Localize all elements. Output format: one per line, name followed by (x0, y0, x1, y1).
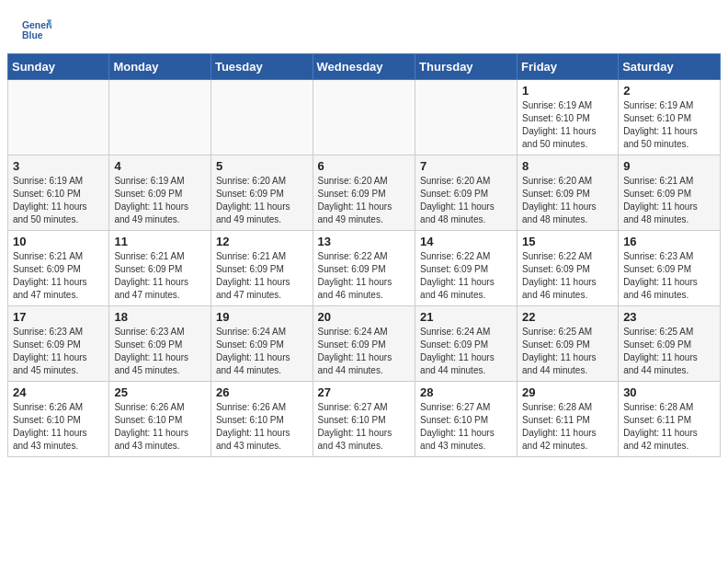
day-info: Sunrise: 6:26 AM Sunset: 6:10 PM Dayligh… (13, 401, 104, 453)
day-number: 20 (318, 310, 411, 324)
day-number: 19 (216, 310, 308, 324)
calendar-day-cell: 5Sunrise: 6:20 AM Sunset: 6:09 PM Daylig… (210, 155, 313, 231)
day-info: Sunrise: 6:20 AM Sunset: 6:09 PM Dayligh… (420, 175, 512, 226)
weekday-header-cell: Thursday (415, 54, 518, 80)
day-number: 8 (522, 159, 613, 173)
calendar-day-cell: 17Sunrise: 6:23 AM Sunset: 6:09 PM Dayli… (8, 306, 109, 382)
calendar-day-cell: 30Sunrise: 6:28 AM Sunset: 6:11 PM Dayli… (619, 382, 721, 457)
calendar-day-cell: 16Sunrise: 6:23 AM Sunset: 6:09 PM Dayli… (619, 231, 721, 306)
calendar-day-cell: 11Sunrise: 6:21 AM Sunset: 6:09 PM Dayli… (109, 231, 211, 306)
day-info: Sunrise: 6:23 AM Sunset: 6:09 PM Dayligh… (623, 250, 715, 302)
day-info: Sunrise: 6:20 AM Sunset: 6:09 PM Dayligh… (216, 175, 308, 226)
day-info: Sunrise: 6:28 AM Sunset: 6:11 PM Dayligh… (522, 401, 613, 453)
day-info: Sunrise: 6:21 AM Sunset: 6:09 PM Dayligh… (13, 250, 104, 302)
weekday-header-cell: Monday (109, 54, 211, 80)
day-info: Sunrise: 6:19 AM Sunset: 6:09 PM Dayligh… (114, 175, 206, 226)
calendar-day-cell (313, 80, 415, 155)
calendar-day-cell: 3Sunrise: 6:19 AM Sunset: 6:10 PM Daylig… (8, 155, 109, 231)
day-info: Sunrise: 6:21 AM Sunset: 6:09 PM Dayligh… (114, 250, 206, 302)
calendar-day-cell: 24Sunrise: 6:26 AM Sunset: 6:10 PM Dayli… (8, 382, 109, 457)
day-info: Sunrise: 6:19 AM Sunset: 6:10 PM Dayligh… (522, 99, 613, 151)
day-info: Sunrise: 6:24 AM Sunset: 6:09 PM Dayligh… (318, 326, 411, 377)
day-info: Sunrise: 6:24 AM Sunset: 6:09 PM Dayligh… (420, 326, 512, 377)
calendar-day-cell: 18Sunrise: 6:23 AM Sunset: 6:09 PM Dayli… (109, 306, 211, 382)
calendar-day-cell: 25Sunrise: 6:26 AM Sunset: 6:10 PM Dayli… (109, 382, 211, 457)
day-info: Sunrise: 6:21 AM Sunset: 6:09 PM Dayligh… (216, 250, 308, 302)
calendar-week-row: 24Sunrise: 6:26 AM Sunset: 6:10 PM Dayli… (8, 382, 721, 457)
day-info: Sunrise: 6:23 AM Sunset: 6:09 PM Dayligh… (114, 326, 206, 377)
weekday-header-cell: Wednesday (313, 54, 415, 80)
day-number: 17 (13, 310, 104, 324)
day-info: Sunrise: 6:21 AM Sunset: 6:09 PM Dayligh… (623, 175, 715, 226)
day-number: 6 (318, 159, 411, 173)
calendar-table: SundayMondayTuesdayWednesdayThursdayFrid… (7, 53, 721, 457)
day-number: 15 (522, 235, 613, 248)
logo: General Blue (22, 17, 55, 46)
day-info: Sunrise: 6:23 AM Sunset: 6:09 PM Dayligh… (13, 326, 104, 377)
day-number: 2 (623, 84, 715, 98)
day-number: 5 (216, 159, 308, 173)
calendar-day-cell: 21Sunrise: 6:24 AM Sunset: 6:09 PM Dayli… (415, 306, 518, 382)
day-number: 12 (216, 235, 308, 248)
day-number: 21 (420, 310, 512, 324)
calendar-day-cell: 14Sunrise: 6:22 AM Sunset: 6:09 PM Dayli… (415, 231, 518, 306)
calendar-day-cell: 26Sunrise: 6:26 AM Sunset: 6:10 PM Dayli… (210, 382, 313, 457)
weekday-header-row: SundayMondayTuesdayWednesdayThursdayFrid… (8, 54, 721, 80)
calendar-week-row: 1Sunrise: 6:19 AM Sunset: 6:10 PM Daylig… (8, 80, 721, 155)
calendar-day-cell: 9Sunrise: 6:21 AM Sunset: 6:09 PM Daylig… (619, 155, 721, 231)
day-number: 16 (623, 235, 715, 248)
weekday-header-cell: Sunday (8, 54, 109, 80)
calendar-day-cell: 7Sunrise: 6:20 AM Sunset: 6:09 PM Daylig… (415, 155, 518, 231)
day-number: 28 (420, 385, 512, 399)
day-number: 24 (13, 385, 104, 399)
calendar-day-cell (210, 80, 313, 155)
day-info: Sunrise: 6:26 AM Sunset: 6:10 PM Dayligh… (114, 401, 206, 453)
svg-text:General: General (22, 20, 51, 30)
day-info: Sunrise: 6:22 AM Sunset: 6:09 PM Dayligh… (522, 250, 613, 302)
calendar-day-cell: 6Sunrise: 6:20 AM Sunset: 6:09 PM Daylig… (313, 155, 415, 231)
calendar-day-cell: 4Sunrise: 6:19 AM Sunset: 6:09 PM Daylig… (109, 155, 211, 231)
calendar-day-cell: 1Sunrise: 6:19 AM Sunset: 6:10 PM Daylig… (518, 80, 619, 155)
day-number: 11 (114, 235, 206, 248)
day-info: Sunrise: 6:20 AM Sunset: 6:09 PM Dayligh… (318, 175, 411, 226)
day-number: 10 (13, 235, 104, 248)
day-number: 22 (522, 310, 613, 324)
calendar-day-cell: 23Sunrise: 6:25 AM Sunset: 6:09 PM Dayli… (619, 306, 721, 382)
calendar-week-row: 10Sunrise: 6:21 AM Sunset: 6:09 PM Dayli… (8, 231, 721, 306)
day-number: 1 (522, 84, 613, 98)
calendar-day-cell: 29Sunrise: 6:28 AM Sunset: 6:11 PM Dayli… (518, 382, 619, 457)
svg-text:Blue: Blue (22, 30, 43, 40)
calendar-body: 1Sunrise: 6:19 AM Sunset: 6:10 PM Daylig… (8, 80, 721, 457)
calendar-week-row: 3Sunrise: 6:19 AM Sunset: 6:10 PM Daylig… (8, 155, 721, 231)
day-number: 23 (623, 310, 715, 324)
day-info: Sunrise: 6:19 AM Sunset: 6:10 PM Dayligh… (623, 99, 715, 151)
day-info: Sunrise: 6:27 AM Sunset: 6:10 PM Dayligh… (318, 401, 411, 453)
day-info: Sunrise: 6:24 AM Sunset: 6:09 PM Dayligh… (216, 326, 308, 377)
calendar-wrapper: SundayMondayTuesdayWednesdayThursdayFrid… (0, 53, 728, 465)
calendar-day-cell (415, 80, 518, 155)
day-info: Sunrise: 6:19 AM Sunset: 6:10 PM Dayligh… (13, 175, 104, 226)
calendar-week-row: 17Sunrise: 6:23 AM Sunset: 6:09 PM Dayli… (8, 306, 721, 382)
calendar-day-cell: 13Sunrise: 6:22 AM Sunset: 6:09 PM Dayli… (313, 231, 415, 306)
day-number: 3 (13, 159, 104, 173)
day-number: 29 (522, 385, 613, 399)
day-info: Sunrise: 6:22 AM Sunset: 6:09 PM Dayligh… (420, 250, 512, 302)
weekday-header-cell: Saturday (619, 54, 721, 80)
calendar-day-cell: 27Sunrise: 6:27 AM Sunset: 6:10 PM Dayli… (313, 382, 415, 457)
calendar-day-cell: 19Sunrise: 6:24 AM Sunset: 6:09 PM Dayli… (210, 306, 313, 382)
day-number: 14 (420, 235, 512, 248)
calendar-day-cell (8, 80, 109, 155)
day-number: 26 (216, 385, 308, 399)
calendar-day-cell: 2Sunrise: 6:19 AM Sunset: 6:10 PM Daylig… (619, 80, 721, 155)
day-number: 25 (114, 385, 206, 399)
day-number: 7 (420, 159, 512, 173)
day-number: 27 (318, 385, 411, 399)
calendar-day-cell: 8Sunrise: 6:20 AM Sunset: 6:09 PM Daylig… (518, 155, 619, 231)
day-number: 9 (623, 159, 715, 173)
calendar-day-cell: 15Sunrise: 6:22 AM Sunset: 6:09 PM Dayli… (518, 231, 619, 306)
calendar-day-cell: 12Sunrise: 6:21 AM Sunset: 6:09 PM Dayli… (210, 231, 313, 306)
day-number: 4 (114, 159, 206, 173)
day-info: Sunrise: 6:27 AM Sunset: 6:10 PM Dayligh… (420, 401, 512, 453)
day-number: 18 (114, 310, 206, 324)
day-info: Sunrise: 6:25 AM Sunset: 6:09 PM Dayligh… (623, 326, 715, 377)
